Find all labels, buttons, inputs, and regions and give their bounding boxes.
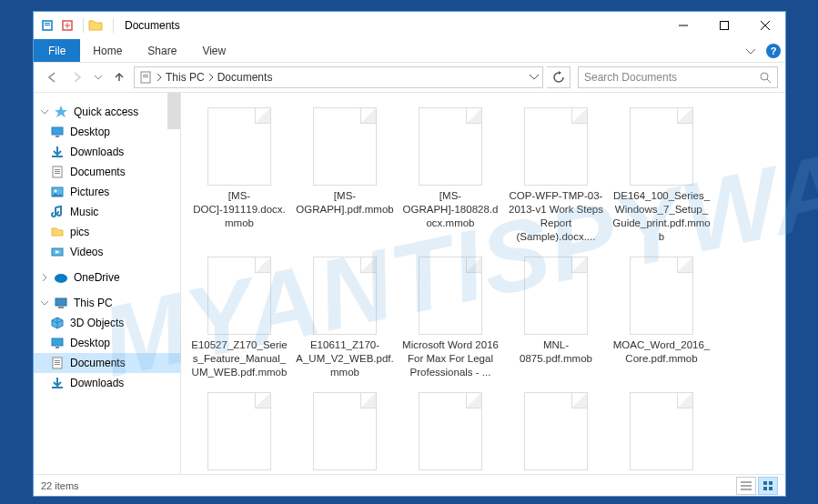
maximize-button[interactable] — [703, 12, 744, 39]
sidebar-item-desktop[interactable]: Desktop — [34, 333, 180, 353]
music-icon — [50, 205, 65, 219]
file-label: [MS-OGRAPH].pdf.mmob — [296, 189, 394, 217]
svg-rect-27 — [56, 347, 59, 348]
file-icon — [313, 257, 377, 335]
sidebar-item-downloads[interactable]: Downloads — [34, 373, 180, 393]
folder-icon — [50, 225, 65, 239]
svg-line-12 — [767, 79, 771, 83]
file-label: [MS-DOC]-191119.docx.mmob — [190, 189, 288, 230]
svg-rect-5 — [720, 22, 728, 30]
qa-properties-icon[interactable] — [39, 17, 56, 34]
refresh-button[interactable] — [547, 66, 571, 88]
svg-rect-1 — [45, 23, 50, 24]
help-button[interactable]: ? — [762, 39, 785, 62]
details-view-button[interactable] — [736, 477, 756, 495]
svg-rect-32 — [52, 387, 63, 388]
file-item[interactable] — [611, 388, 712, 474]
expand-ribbon-icon[interactable] — [740, 39, 762, 62]
sidebar-onedrive[interactable]: OneDrive — [34, 267, 180, 287]
svg-rect-14 — [56, 136, 59, 137]
sidebar-item-documents[interactable]: Documents — [34, 353, 180, 373]
desktop-icon — [50, 125, 65, 139]
address-bar[interactable]: This PC Documents — [134, 66, 543, 88]
sidebar-this-pc[interactable]: This PC — [34, 293, 180, 313]
svg-rect-36 — [763, 481, 767, 485]
sidebar-item-pictures[interactable]: Pictures — [34, 182, 180, 202]
content-area[interactable]: [MS-DOC]-191119.docx.mmob[MS-OGRAPH].pdf… — [181, 93, 785, 474]
icons-view-button[interactable] — [758, 477, 778, 495]
file-icon — [630, 392, 693, 470]
up-button[interactable] — [108, 66, 130, 88]
svg-rect-30 — [55, 362, 60, 363]
sidebar-item-documents[interactable]: Documents — [34, 162, 180, 182]
file-icon — [524, 257, 588, 335]
sidebar-item-pics[interactable]: pics — [34, 222, 180, 242]
sidebar-item-downloads[interactable]: Downloads — [34, 142, 180, 162]
tab-share[interactable]: Share — [135, 39, 189, 62]
pc-icon — [54, 296, 68, 310]
file-icon — [419, 392, 482, 470]
tab-view[interactable]: View — [189, 39, 238, 62]
file-item[interactable] — [294, 388, 396, 474]
item-count: 22 items — [41, 480, 79, 491]
sidebar-scrollbar[interactable] — [167, 93, 180, 129]
explorer-window: Documents File Home Share View ? This PC… — [33, 11, 786, 497]
breadcrumb-current[interactable]: Documents — [217, 71, 273, 84]
file-label: DE164_100_Series_Windows_7_Setup_Guide_p… — [612, 189, 711, 244]
svg-rect-19 — [55, 173, 60, 174]
svg-rect-24 — [56, 298, 66, 306]
file-item[interactable] — [399, 388, 501, 474]
file-icon — [207, 392, 271, 470]
recent-dropdown[interactable] — [92, 66, 105, 88]
file-icon — [313, 392, 377, 470]
file-item[interactable] — [188, 388, 290, 474]
tab-home[interactable]: Home — [80, 39, 135, 62]
search-input[interactable]: Search Documents — [578, 66, 778, 88]
file-tab[interactable]: File — [34, 39, 80, 62]
file-item[interactable]: E10527_Z170_Series_Feature_Manual_UM_WEB… — [188, 253, 290, 383]
sidebar-quick-access[interactable]: Quick access — [34, 102, 180, 122]
3d-icon — [50, 316, 65, 330]
svg-point-21 — [55, 190, 57, 193]
qa-newfolder-icon[interactable] — [59, 17, 76, 34]
back-button[interactable] — [41, 66, 63, 88]
sidebar-item-desktop[interactable]: Desktop — [34, 122, 180, 142]
file-item[interactable] — [505, 388, 607, 474]
breadcrumb-root[interactable]: This PC — [166, 71, 205, 84]
file-label: [MS-OGRAPH]-180828.docx.mmob — [401, 189, 500, 230]
sidebar-item-videos[interactable]: Videos — [34, 242, 180, 262]
file-item[interactable]: DE164_100_Series_Windows_7_Setup_Guide_p… — [611, 104, 712, 247]
forward-button[interactable] — [66, 66, 88, 88]
svg-rect-38 — [763, 487, 767, 490]
svg-point-11 — [761, 73, 768, 80]
svg-rect-9 — [143, 75, 148, 76]
file-icon — [524, 107, 588, 186]
file-item[interactable]: [MS-OGRAPH].pdf.mmob — [294, 104, 396, 247]
file-item[interactable]: MNL-0875.pdf.mmob — [505, 253, 607, 383]
window-title: Documents — [125, 19, 662, 32]
sidebar-item-music[interactable]: Music — [34, 202, 180, 222]
file-icon — [630, 107, 693, 186]
sidebar-item-3d-objects[interactable]: 3D Objects — [34, 313, 180, 333]
svg-rect-39 — [769, 487, 773, 490]
file-item[interactable]: Microsoft Word 2016 For Max For Legal Pr… — [399, 253, 501, 383]
file-label: Microsoft Word 2016 For Max For Legal Pr… — [401, 338, 500, 379]
chevron-right-icon — [157, 74, 162, 81]
file-item[interactable]: E10611_Z170-A_UM_V2_WEB.pdf.mmob — [294, 253, 396, 383]
body: Quick access DesktopDownloadsDocumentsPi… — [34, 92, 785, 474]
close-button[interactable] — [744, 12, 785, 39]
chevron-down-icon[interactable] — [530, 73, 539, 82]
minimize-button[interactable] — [662, 12, 703, 39]
svg-rect-2 — [45, 25, 50, 25]
file-item[interactable]: MOAC_Word_2016_Core.pdf.mmob — [611, 253, 712, 383]
pictures-icon — [50, 185, 65, 199]
svg-rect-18 — [55, 171, 60, 172]
svg-rect-37 — [769, 481, 773, 485]
file-item[interactable]: COP-WFP-TMP-03-2013-v1 Work Steps Report… — [505, 104, 607, 247]
downloads-icon — [50, 145, 65, 159]
file-item[interactable]: [MS-DOC]-191119.docx.mmob — [188, 104, 290, 247]
file-icon — [630, 257, 693, 335]
svg-point-23 — [55, 274, 67, 283]
file-item[interactable]: [MS-OGRAPH]-180828.docx.mmob — [399, 104, 501, 247]
documents-icon — [50, 356, 65, 370]
